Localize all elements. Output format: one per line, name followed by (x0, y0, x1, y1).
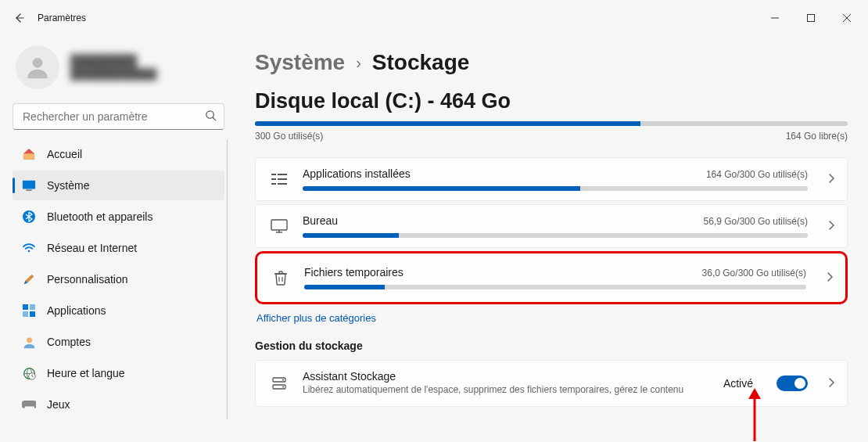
svg-point-32 (282, 386, 284, 387)
back-arrow-icon (13, 12, 25, 24)
svg-rect-10 (30, 304, 35, 310)
wifi-icon (22, 241, 36, 255)
svg-rect-6 (23, 181, 35, 189)
sidebar-item-system[interactable]: Système (13, 171, 224, 200)
category-usage: 36,0 Go/300 Go utilisé(s) (702, 268, 806, 278)
storage-management-heading: Gestion du stockage (255, 340, 848, 352)
maximize-icon (807, 14, 815, 22)
search-box[interactable] (13, 103, 224, 130)
sidebar-item-label: Jeux (47, 398, 70, 411)
svg-line-5 (213, 117, 215, 120)
chevron-right-icon: › (356, 54, 361, 72)
setting-status: Activé (723, 377, 753, 390)
category-bar (303, 233, 808, 238)
trash-icon (271, 268, 290, 287)
svg-point-13 (27, 337, 32, 343)
svg-rect-21 (278, 178, 287, 180)
category-label: Applications installées (303, 167, 411, 180)
accounts-icon (22, 335, 36, 349)
category-row-apps[interactable]: Applications installées 164 Go/300 Go ut… (255, 157, 848, 201)
sidebar-item-accounts[interactable]: Comptes (13, 327, 224, 357)
window-title: Paramètres (38, 13, 86, 23)
storage-sense-row[interactable]: Assistant Stockage Libérez automatiqueme… (255, 360, 848, 407)
chevron-right-icon (827, 271, 833, 284)
svg-rect-7 (26, 189, 31, 190)
sidebar-item-time-language[interactable]: Heure et langue (13, 358, 224, 388)
paintbrush-icon (22, 272, 36, 286)
category-bar (303, 186, 808, 191)
minimize-button[interactable] (757, 5, 793, 31)
gamepad-icon (22, 397, 36, 411)
svg-rect-24 (271, 220, 287, 230)
chevron-right-icon (828, 173, 834, 185)
category-row-desktop[interactable]: Bureau 56,9 Go/300 Go utilisé(s) (255, 204, 848, 248)
category-usage: 56,9 Go/300 Go utilisé(s) (704, 216, 808, 227)
show-more-categories-link[interactable]: Afficher plus de catégories (255, 304, 848, 340)
user-secondary: ████████████ (70, 68, 157, 81)
user-text: ████████ ████████████ (70, 53, 157, 81)
disk-usage-fill (255, 121, 640, 126)
home-icon (22, 147, 36, 161)
disk-usage-bar (255, 121, 848, 126)
chevron-right-icon (828, 220, 834, 232)
user-account-row[interactable]: ████████ ████████████ (13, 41, 228, 103)
disk-used-label: 300 Go utilisé(s) (255, 131, 323, 142)
back-button[interactable] (3, 2, 34, 34)
svg-point-31 (282, 379, 284, 380)
category-usage: 164 Go/300 Go utilisé(s) (706, 169, 808, 180)
sidebar-item-label: Accueil (47, 148, 82, 160)
svg-rect-18 (271, 174, 276, 175)
svg-rect-19 (278, 174, 287, 175)
sidebar-item-label: Système (47, 179, 89, 192)
sidebar-item-label: Comptes (47, 336, 91, 348)
storage-sense-toggle[interactable] (777, 376, 808, 391)
sidebar-item-home[interactable]: Accueil (13, 139, 224, 169)
avatar (16, 45, 59, 89)
search-icon (205, 110, 217, 124)
user-display-name: ████████ (70, 53, 157, 69)
category-bar (304, 285, 806, 289)
sidebar-item-label: Heure et langue (47, 367, 125, 379)
apps-icon (22, 304, 36, 318)
maximize-button[interactable] (793, 5, 829, 31)
svg-rect-23 (278, 183, 287, 185)
svg-point-3 (33, 58, 43, 68)
system-icon (22, 178, 36, 192)
svg-rect-12 (30, 311, 35, 317)
svg-rect-9 (23, 304, 28, 310)
setting-title: Assistant Stockage (303, 370, 709, 383)
breadcrumb-current: Stockage (372, 50, 470, 75)
installed-apps-icon (270, 170, 289, 189)
person-icon (24, 54, 51, 81)
sidebar-item-label: Réseau et Internet (47, 242, 137, 254)
sidebar-item-label: Applications (47, 304, 106, 317)
close-button[interactable] (829, 5, 865, 31)
category-label: Bureau (303, 214, 338, 227)
storage-sense-icon (270, 374, 289, 393)
chevron-right-icon (828, 377, 834, 390)
minimize-icon (771, 14, 779, 22)
disk-title: Disque local (C:) - 464 Go (255, 89, 848, 113)
svg-rect-20 (271, 178, 276, 180)
category-label: Fichiers temporaires (304, 266, 404, 278)
sidebar-item-apps[interactable]: Applications (13, 296, 224, 325)
svg-rect-2 (808, 15, 815, 22)
sidebar-item-personalization[interactable]: Personnalisation (13, 264, 224, 294)
category-row-temp-files[interactable]: Fichiers temporaires 36,0 Go/300 Go util… (255, 251, 848, 304)
svg-rect-11 (23, 311, 28, 317)
svg-point-4 (206, 111, 213, 118)
sidebar-item-label: Personnalisation (47, 273, 128, 286)
close-icon (843, 14, 851, 22)
sidebar-item-bluetooth[interactable]: Bluetooth et appareils (13, 202, 224, 232)
setting-description: Libérez automatiquement de l'espace, sup… (303, 384, 709, 397)
desktop-icon (270, 217, 289, 235)
search-input[interactable] (13, 103, 224, 130)
svg-rect-22 (271, 183, 276, 185)
sidebar-item-gaming[interactable]: Jeux (13, 390, 224, 419)
breadcrumb: Système › Stockage (255, 50, 848, 75)
sidebar-item-network[interactable]: Réseau et Internet (13, 233, 224, 263)
breadcrumb-parent[interactable]: Système (255, 50, 345, 75)
clock-globe-icon (22, 366, 36, 380)
sidebar-item-label: Bluetooth et appareils (47, 210, 152, 223)
disk-free-label: 164 Go libre(s) (786, 131, 848, 142)
